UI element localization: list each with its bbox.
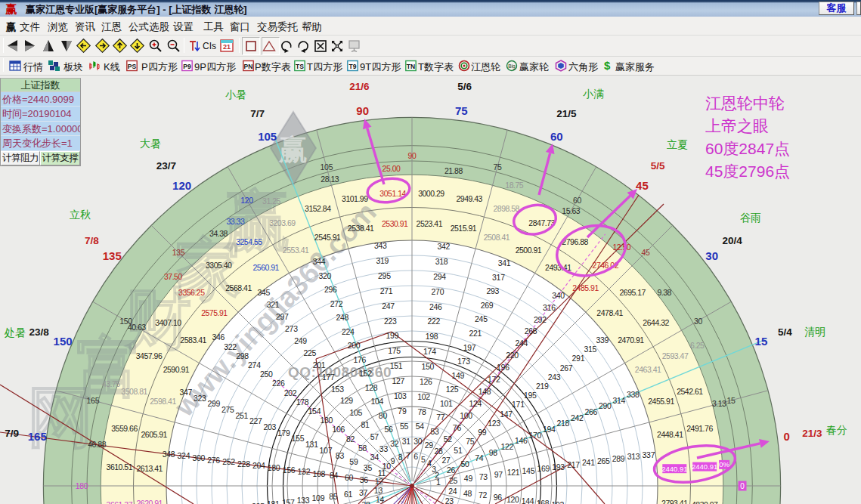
- svg-text:132: 132: [298, 467, 311, 476]
- svg-text:52: 52: [444, 434, 453, 444]
- svg-text:129: 129: [340, 396, 353, 405]
- svg-text:103: 103: [394, 391, 407, 400]
- svg-text:7/8: 7/8: [85, 235, 99, 246]
- svg-text:P9: P9: [183, 63, 191, 70]
- svg-text:122: 122: [500, 442, 513, 451]
- svg-text:2455.91: 2455.91: [648, 397, 674, 406]
- svg-text:109: 109: [312, 493, 325, 502]
- svg-text:53: 53: [430, 427, 439, 436]
- svg-text:9: 9: [391, 456, 395, 465]
- svg-text:226: 226: [272, 379, 285, 388]
- svg-text:120: 120: [240, 196, 253, 205]
- svg-text:198: 198: [426, 332, 438, 341]
- svg-text:343: 343: [374, 241, 387, 250]
- svg-text:90: 90: [407, 151, 417, 160]
- svg-text:175: 175: [388, 346, 401, 355]
- svg-text:2949.43: 2949.43: [456, 194, 482, 203]
- svg-text:83: 83: [336, 451, 345, 460]
- svg-text:227: 227: [249, 416, 262, 425]
- svg-text:61: 61: [344, 490, 353, 499]
- svg-text:345: 345: [257, 288, 270, 297]
- svg-text:60: 60: [345, 473, 354, 482]
- svg-text:2620.91: 2620.91: [136, 499, 163, 504]
- svg-text:7/9: 7/9: [5, 428, 19, 439]
- svg-text:3305.40: 3305.40: [206, 261, 232, 270]
- svg-text:249: 249: [294, 336, 307, 345]
- svg-text:294: 294: [433, 272, 446, 281]
- svg-text:79: 79: [398, 407, 407, 416]
- svg-text:347: 347: [179, 388, 192, 397]
- svg-text:147: 147: [500, 410, 513, 419]
- svg-text:21/3: 21/3: [802, 428, 822, 439]
- svg-text:5/6: 5/6: [457, 81, 472, 92]
- svg-text:82: 82: [346, 434, 355, 444]
- svg-text:2590.91: 2590.91: [163, 365, 190, 374]
- svg-text:小满: 小满: [583, 88, 604, 100]
- svg-text:295: 295: [378, 271, 391, 280]
- svg-text:120: 120: [506, 495, 519, 504]
- svg-text:2575.91: 2575.91: [201, 308, 228, 317]
- svg-text:225: 225: [303, 348, 316, 357]
- svg-text:30: 30: [705, 249, 718, 262]
- svg-text:27: 27: [441, 456, 451, 465]
- svg-text:54: 54: [416, 422, 425, 431]
- svg-text:292: 292: [534, 315, 547, 324]
- svg-text:316: 316: [543, 303, 556, 312]
- svg-text:202: 202: [284, 388, 297, 397]
- svg-text:339: 339: [596, 335, 609, 345]
- svg-text:2440.91: 2440.91: [692, 462, 717, 471]
- svg-text:2485.91: 2485.91: [572, 283, 599, 292]
- svg-text:33: 33: [379, 444, 389, 453]
- svg-text:2644.32: 2644.32: [643, 318, 669, 327]
- svg-text:2470.91: 2470.91: [618, 335, 644, 345]
- svg-text:T9: T9: [349, 63, 357, 70]
- svg-text:193: 193: [552, 462, 565, 472]
- svg-text:2515.91: 2515.91: [451, 224, 477, 233]
- svg-text:21: 21: [223, 43, 231, 51]
- svg-text:28.13: 28.13: [321, 175, 339, 184]
- svg-text:23/7: 23/7: [156, 160, 176, 172]
- svg-text:36: 36: [360, 475, 369, 484]
- svg-text:266: 266: [584, 407, 597, 416]
- svg-text:244: 244: [515, 339, 528, 348]
- svg-text:25: 25: [449, 476, 458, 485]
- svg-text:2530.91: 2530.91: [382, 219, 408, 228]
- svg-text:PN: PN: [244, 63, 253, 70]
- svg-text:12.50: 12.50: [612, 243, 630, 252]
- svg-text:217: 217: [567, 460, 580, 469]
- svg-text:171: 171: [512, 400, 525, 409]
- svg-text:15: 15: [755, 335, 768, 348]
- svg-text:2613.41: 2613.41: [136, 464, 163, 473]
- svg-text:320: 320: [318, 271, 331, 280]
- svg-text:102: 102: [417, 392, 430, 401]
- svg-text:15.63: 15.63: [562, 206, 580, 215]
- svg-text:13: 13: [374, 486, 383, 495]
- svg-text:谷雨: 谷雨: [740, 212, 761, 224]
- svg-text:342: 342: [437, 242, 450, 251]
- svg-text:2463.41: 2463.41: [635, 365, 661, 374]
- svg-text:222: 222: [427, 317, 440, 326]
- svg-text:57: 57: [370, 432, 379, 441]
- svg-text:319: 319: [376, 256, 389, 265]
- svg-text:2538.41: 2538.41: [348, 224, 374, 233]
- svg-text:289: 289: [612, 454, 625, 463]
- svg-text:6: 6: [413, 452, 418, 461]
- svg-text:51: 51: [454, 446, 463, 455]
- svg-text:0: 0: [740, 482, 745, 490]
- svg-text:85: 85: [329, 492, 338, 501]
- svg-text:58: 58: [358, 444, 367, 453]
- svg-text:275: 275: [221, 405, 234, 414]
- svg-text:小暑: 小暑: [225, 88, 246, 100]
- svg-text:20/4: 20/4: [723, 235, 743, 246]
- svg-text:49: 49: [464, 474, 473, 483]
- svg-text:90: 90: [356, 104, 369, 117]
- svg-text:处暑: 处暑: [4, 326, 26, 339]
- svg-text:32: 32: [390, 439, 399, 448]
- svg-text:338: 338: [627, 390, 640, 399]
- svg-text:3610.51: 3610.51: [107, 462, 133, 472]
- svg-text:150: 150: [421, 362, 434, 371]
- svg-text:135: 135: [103, 249, 122, 262]
- svg-text:97: 97: [494, 470, 503, 479]
- svg-text:33.33: 33.33: [227, 217, 245, 226]
- svg-text:7/7: 7/7: [250, 108, 265, 119]
